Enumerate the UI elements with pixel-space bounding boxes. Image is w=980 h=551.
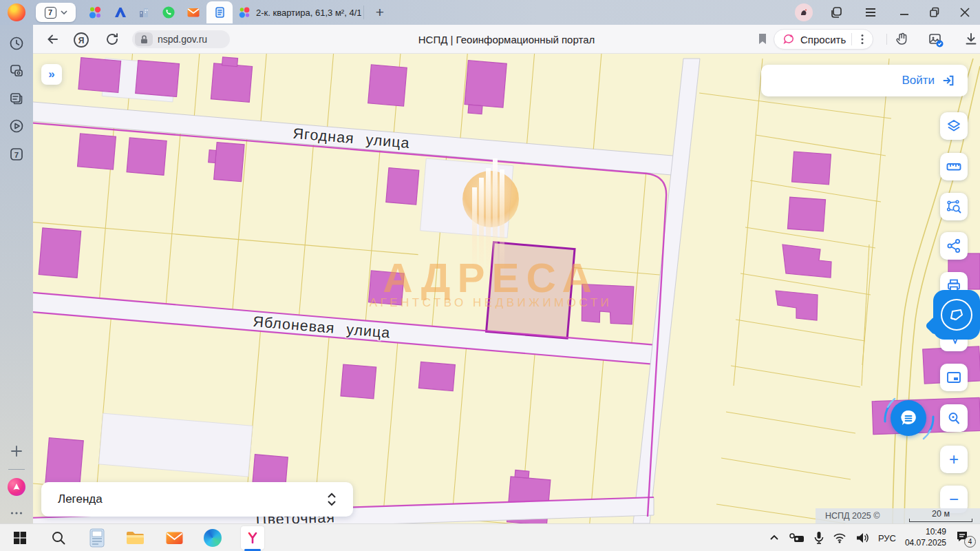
alice-spark-icon	[782, 33, 795, 45]
attribution-text: НСПД 2025 ©	[825, 511, 880, 521]
taskbar-yandex-browser-active[interactable]	[241, 526, 264, 550]
active-app-indicator	[244, 549, 261, 551]
tray-chevron-icon[interactable]	[769, 532, 780, 543]
more-options-icon[interactable]	[9, 506, 24, 521]
folder-icon	[126, 530, 145, 546]
tab-counter[interactable]: 7	[36, 3, 76, 22]
lock-icon[interactable]	[135, 32, 153, 46]
login-panel[interactable]: Войти	[761, 65, 968, 96]
sidebar-divider	[8, 469, 25, 470]
windows-taskbar: РУС 10:49 04.07.2025 4	[0, 523, 980, 551]
svg-text:Я: Я	[78, 36, 85, 45]
taskbar-search-button[interactable]	[48, 528, 69, 548]
video-icon[interactable]	[9, 118, 24, 134]
speaker-icon[interactable]	[855, 532, 869, 544]
browser-logo-icon[interactable]	[8, 3, 25, 21]
watermark-title: АДРЕСА	[383, 255, 599, 301]
new-tab-button[interactable]: +	[370, 3, 390, 22]
yandex-home-icon[interactable]: Я	[73, 32, 89, 48]
blue-a-pinned-tab[interactable]	[113, 6, 127, 19]
wifi-icon[interactable]	[833, 532, 846, 543]
tab-apartment-listing[interactable]: 2-к. квартира, 61,3 м², 4/1	[238, 4, 376, 21]
overview-map-button[interactable]	[940, 364, 968, 391]
map-search-icon	[946, 410, 962, 426]
history-icon[interactable]	[9, 36, 24, 51]
buildings-pinned-tab[interactable]	[137, 6, 151, 19]
document-icon	[213, 6, 226, 19]
picture-in-picture-icon	[946, 369, 962, 386]
close-button[interactable]	[958, 6, 972, 19]
minimize-button[interactable]	[897, 6, 911, 19]
notification-badge: 4	[964, 536, 976, 548]
legend-collapse-icon[interactable]	[327, 492, 337, 507]
screenshot-extension-icon[interactable]	[928, 32, 944, 48]
search-on-map-button[interactable]	[940, 404, 968, 432]
mail-envelope-icon	[165, 530, 184, 546]
device-camera-icon[interactable]	[789, 532, 805, 543]
kebab-menu-icon[interactable]	[858, 33, 867, 45]
tab-count: 7	[45, 7, 56, 19]
watermark-subtitle: АГЕНТСТВО НЕДВИЖИМОСТИ	[370, 296, 612, 309]
hand-extension-icon[interactable]	[895, 32, 910, 47]
add-panel-icon[interactable]	[9, 444, 24, 459]
zoom-in-button[interactable]: +	[940, 446, 968, 473]
measure-button[interactable]	[940, 153, 968, 180]
zoom-out-label: −	[949, 491, 959, 508]
sketch-widget-button[interactable]	[933, 290, 980, 340]
map-layers: Ягодная улица Яблоневая улица Цветочная	[33, 54, 980, 523]
address-bar[interactable]: nspd.gov.ru	[132, 30, 230, 48]
yandex-browser-icon	[244, 529, 262, 547]
tab-group-seven-icon[interactable]: 7	[9, 147, 24, 162]
microphone-icon[interactable]	[814, 531, 824, 545]
share-icon	[946, 238, 962, 254]
layers-button[interactable]	[940, 112, 968, 140]
edge-icon	[204, 529, 222, 547]
tab-title: 2-к. квартира, 61,3 м², 4/1	[256, 8, 361, 18]
feed-icon[interactable]	[9, 91, 24, 106]
taskbar-mail[interactable]	[164, 528, 184, 548]
sidebar-expand-button[interactable]: »	[41, 64, 62, 85]
mail-pinned-tab[interactable]	[187, 6, 200, 19]
download-icon[interactable]	[963, 32, 979, 47]
area-search-button[interactable]	[940, 193, 968, 220]
ask-divider	[851, 33, 852, 45]
bookmark-icon[interactable]	[756, 32, 769, 47]
chat-support-button[interactable]	[891, 400, 926, 436]
notification-center[interactable]: 4	[955, 530, 974, 546]
login-label: Войти	[902, 74, 935, 87]
layers-icon	[946, 118, 962, 134]
map-canvas[interactable]: Ягодная улица Яблоневая улица Цветочная	[33, 54, 980, 523]
land-plot-sketch-icon	[948, 306, 966, 324]
toolbar-divider	[886, 34, 887, 45]
ask-alice-button[interactable]: Спросить	[774, 29, 873, 50]
ruler-icon	[946, 158, 962, 175]
tabs-panel-icon[interactable]	[829, 6, 843, 19]
calculator-icon	[89, 528, 105, 548]
menu-icon[interactable]	[864, 6, 877, 19]
svg-text:7: 7	[14, 151, 19, 159]
reload-icon[interactable]	[105, 32, 120, 47]
scale-widget: 20 м	[908, 510, 973, 523]
share-button[interactable]	[940, 232, 968, 260]
clock[interactable]: 10:49 04.07.2025	[905, 527, 946, 548]
profile-avatar[interactable]	[795, 3, 813, 21]
restore-button[interactable]	[928, 6, 941, 19]
taskbar-edge[interactable]	[202, 528, 223, 548]
taskbar-file-explorer[interactable]	[125, 528, 146, 548]
back-icon[interactable]	[45, 32, 61, 47]
avito-pinned-tab[interactable]	[88, 6, 102, 19]
whatsapp-pinned-tab[interactable]	[162, 6, 175, 19]
legend-panel[interactable]: Легенда	[41, 482, 353, 517]
alice-assistant-icon[interactable]	[8, 478, 25, 496]
browser-sidebar: 7	[0, 25, 33, 523]
document-pinned-tab-active[interactable]	[206, 1, 233, 23]
taskbar-app-calculator[interactable]	[87, 528, 107, 548]
browser-toolbar: НСПД | Геоинформационный портал Я nspd.g…	[33, 25, 980, 54]
chat-bubble-icon	[898, 408, 919, 428]
browser-tab-strip: 7 2-к. квартира, 61,3 м², 4/1 +	[0, 0, 980, 25]
screenshot-icon[interactable]	[9, 63, 24, 79]
language-indicator[interactable]: РУС	[878, 533, 896, 543]
chevron-down-icon	[61, 10, 67, 14]
start-button[interactable]	[10, 528, 30, 548]
sketch-widget-circle	[941, 299, 972, 331]
